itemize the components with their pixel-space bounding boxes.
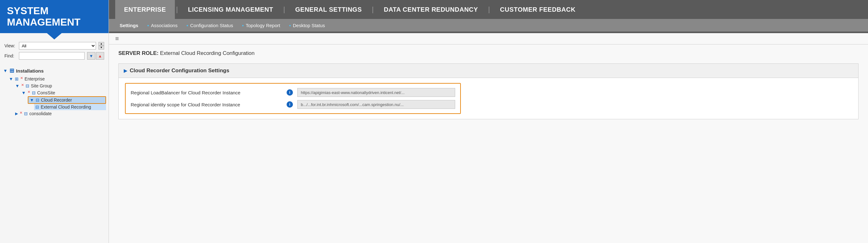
server-role-prefix: SERVER ROLE:: [118, 50, 158, 56]
nav-divider-3: |: [371, 5, 375, 13]
nav-enterprise[interactable]: ENTERPRISE: [115, 0, 175, 19]
find-input[interactable]: [19, 52, 85, 60]
cloud-recorder-item[interactable]: ▼ ⊟ Cloud Recorder: [28, 96, 106, 104]
cloud-recorder-icon: ⊟: [36, 97, 39, 102]
enterprise-toggle-icon: ▼: [9, 77, 13, 82]
divider-icon: ≡: [115, 35, 118, 42]
info-icon-1[interactable]: i: [287, 89, 293, 96]
field-row-2: Regional identity scope for Cloud Record…: [131, 100, 455, 109]
enterprise-error-icon: ✕: [20, 76, 23, 80]
cloud-recorder-label: Cloud Recorder: [41, 97, 72, 102]
nav-divider-4: |: [487, 5, 491, 13]
view-spin-down[interactable]: ▼: [98, 46, 104, 50]
cons-site-error-icon: ✕: [27, 90, 30, 94]
cons-site-label: ConsSite: [37, 90, 55, 95]
site-group-error-icon: ✕: [21, 83, 24, 87]
section-body: Regional LoadBalancer for Cloud Recorder…: [119, 78, 858, 119]
sub-nav-topology[interactable]: ● Topology Report: [237, 23, 284, 28]
sub-bullet-2: ●: [186, 24, 188, 27]
section-header[interactable]: ▶ Cloud Recorder Configuration Settings: [119, 64, 858, 78]
view-spinners: ▲ ▼: [98, 42, 104, 50]
field-value-1: https://apigimias-east-www.nationallydri…: [297, 88, 455, 97]
installations-icon: ⊞: [9, 67, 14, 74]
find-row: Find: ▼ ▲: [4, 52, 104, 60]
site-group-icon: ⊟: [26, 83, 29, 88]
sidebar-header: SYSTEM MANAGEMENT: [0, 0, 108, 33]
field-label-1: Regional LoadBalancer for Cloud Recorder…: [131, 90, 282, 95]
installations-label: Installations: [16, 68, 44, 73]
sub-nav-associations[interactable]: ● Associations: [143, 23, 182, 28]
section-title: Cloud Recorder Configuration Settings: [130, 67, 229, 74]
sub-bullet-1: ●: [147, 24, 149, 27]
nav-general-settings[interactable]: GENERAL SETTINGS: [286, 0, 371, 19]
view-spin-up[interactable]: ▲: [98, 42, 104, 46]
sub-bullet-3: ●: [242, 24, 244, 27]
nav-datacenter[interactable]: DATA CENTER REDUNDANCY: [375, 0, 487, 19]
external-cloud-recording-label: External Cloud Recording: [41, 104, 91, 110]
cons-site-item[interactable]: ▼ ✕ ⊟ ConsSite: [22, 89, 106, 96]
app-title-line1: SYSTEM: [7, 5, 102, 17]
enterprise-icon: ⊞: [15, 77, 19, 82]
content-divider: ≡: [109, 33, 868, 44]
top-nav: ENTERPRISE | LICENSING MANAGEMENT | GENE…: [109, 0, 868, 33]
cons-site-icon: ⊟: [32, 90, 36, 95]
sub-nav-settings[interactable]: Settings: [115, 23, 143, 28]
installations-header[interactable]: ▼ ⊞ Installations: [2, 66, 106, 75]
main-content: ≡ SERVER ROLE: External Cloud Recording …: [109, 33, 868, 243]
app-title-line2: MANAGEMENT: [7, 17, 102, 28]
sub-nav-config-status[interactable]: ● Configuration Status: [182, 23, 237, 28]
site-group-label: Site Group: [31, 83, 52, 88]
cloud-recorder-toggle-icon: ▼: [30, 97, 34, 102]
external-cloud-recording-item[interactable]: ⊟ External Cloud Recording: [34, 104, 106, 110]
enterprise-item[interactable]: ▼ ⊞ ✕ Enterprise: [9, 75, 106, 82]
field-row-1: Regional LoadBalancer for Cloud Recorder…: [131, 88, 455, 97]
config-fields-box: Regional LoadBalancer for Cloud Recorder…: [125, 83, 461, 114]
nav-customer-feedback[interactable]: CUSTOMER FEEDBACK: [491, 0, 584, 19]
info-icon-2[interactable]: i: [287, 101, 293, 108]
external-cloud-rec-icon: ⊟: [35, 104, 39, 110]
site-group-item[interactable]: ▼ ✕ ⊟ Site Group: [15, 82, 106, 89]
server-role-bar: SERVER ROLE: External Cloud Recording Co…: [109, 44, 868, 61]
consolidate-icon: ⊟: [24, 111, 28, 116]
view-select[interactable]: All: [19, 42, 96, 50]
sidebar: SYSTEM MANAGEMENT View: All ▲ ▼ Find: ▼ …: [0, 0, 109, 243]
site-group-toggle-icon: ▼: [15, 83, 20, 88]
header-arrow: [45, 32, 63, 39]
installations-toggle-icon: ▼: [3, 68, 7, 73]
filter-down-btn[interactable]: ▼: [87, 52, 95, 60]
filter-up-btn[interactable]: ▲: [96, 52, 104, 60]
view-row: View: All ▲ ▼: [4, 42, 104, 50]
sub-nav-desktop-status[interactable]: ● Desktop Status: [285, 23, 330, 28]
consolidate-toggle-icon: ▶: [15, 112, 18, 116]
find-label: Find:: [4, 53, 17, 58]
sub-bullet-4: ●: [289, 24, 291, 27]
nav-divider-2: |: [282, 5, 287, 13]
consolidate-item[interactable]: ▶ ✕ ⊟ consolidate: [15, 110, 106, 117]
view-label: View:: [4, 43, 17, 48]
top-nav-main: ENTERPRISE | LICENSING MANAGEMENT | GENE…: [109, 0, 868, 19]
config-section: ▶ Cloud Recorder Configuration Settings …: [118, 63, 859, 119]
nav-divider-1: |: [175, 5, 179, 13]
nav-licensing[interactable]: LICENSING MANAGEMENT: [179, 0, 282, 19]
tree-container: ▼ ⊞ Installations ▼ ⊞ ✕ Enterprise ▼ ✕ ⊟…: [0, 64, 108, 119]
field-label-2: Regional identity scope for Cloud Record…: [131, 102, 282, 107]
filter-buttons: ▼ ▲: [87, 52, 104, 60]
section-collapse-icon: ▶: [124, 68, 127, 73]
enterprise-label: Enterprise: [25, 77, 45, 82]
cons-site-toggle-icon: ▼: [22, 90, 26, 95]
field-value-2: b.../...for.int.br.inhmicrosoft.com/...c…: [297, 100, 455, 109]
consolidate-error-icon: ✕: [20, 111, 23, 115]
server-role-value: External Cloud Recording Configuration: [160, 50, 255, 56]
consolidate-label: consolidate: [29, 111, 52, 116]
top-nav-sub: Settings ● Associations ● Configuration …: [109, 19, 868, 32]
